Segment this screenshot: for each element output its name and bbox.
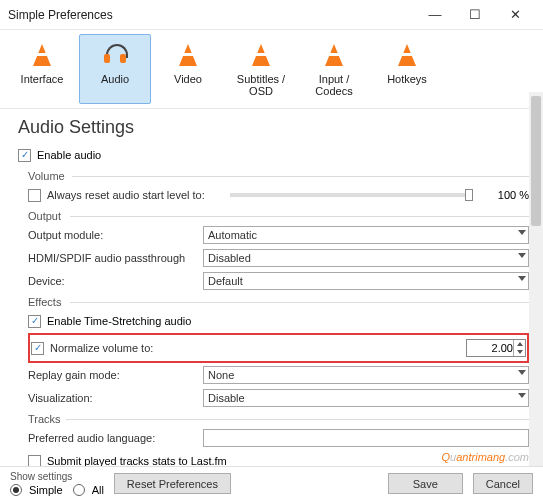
enable-audio-checkbox[interactable]: ✓ <box>18 149 31 162</box>
reset-button[interactable]: Reset Preferences <box>114 473 231 494</box>
tab-subtitles[interactable]: Subtitles / OSD <box>225 34 297 104</box>
replay-gain-select[interactable]: None <box>203 366 529 384</box>
hdmi-select[interactable]: Disabled <box>203 249 529 267</box>
device-label: Device: <box>28 275 203 287</box>
radio-all-label: All <box>92 484 104 496</box>
cone-icon <box>155 39 221 71</box>
cone-icon <box>301 39 367 71</box>
scrollbar[interactable] <box>529 92 543 466</box>
chevron-down-icon <box>518 276 526 281</box>
tab-hotkeys[interactable]: Hotkeys <box>371 34 443 104</box>
visualization-label: Visualization: <box>28 392 203 404</box>
tab-label: Input / Codecs <box>301 73 367 97</box>
chevron-down-icon <box>518 253 526 258</box>
tab-label: Hotkeys <box>374 73 440 85</box>
normalize-checkbox[interactable]: ✓ <box>31 342 44 355</box>
section-tracks: Tracks <box>28 413 529 425</box>
output-module-select[interactable]: Automatic <box>203 226 529 244</box>
slider-thumb[interactable] <box>465 189 473 201</box>
maximize-button[interactable]: ☐ <box>455 7 495 22</box>
page-title: Audio Settings <box>18 117 529 138</box>
time-stretch-checkbox[interactable]: ✓ <box>28 315 41 328</box>
normalize-label: Normalize volume to: <box>50 342 213 354</box>
tab-audio[interactable]: Audio <box>79 34 151 104</box>
cone-icon <box>228 39 294 71</box>
window-title: Simple Preferences <box>8 8 415 22</box>
tab-video[interactable]: Video <box>152 34 224 104</box>
pref-lang-label: Preferred audio language: <box>28 432 203 444</box>
start-level-slider[interactable] <box>230 193 473 197</box>
always-reset-label: Always reset audio start level to: <box>47 189 222 201</box>
normalize-spinbox[interactable]: 2.00 <box>466 339 526 357</box>
show-settings-label: Show settings <box>10 471 104 482</box>
tab-label: Audio <box>82 73 148 85</box>
save-button[interactable]: Save <box>388 473 463 494</box>
tab-label: Interface <box>9 73 75 85</box>
tab-interface[interactable]: Interface <box>6 34 78 104</box>
tab-label: Video <box>155 73 221 85</box>
radio-all[interactable] <box>73 484 85 496</box>
watermark: Quantrimang.com <box>442 443 529 466</box>
time-stretch-label: Enable Time-Stretching audio <box>47 315 191 327</box>
footer: Show settings Simple All Reset Preferenc… <box>0 466 543 500</box>
normalize-value: 2.00 <box>492 342 513 354</box>
show-settings-group: Show settings Simple All <box>10 471 104 496</box>
section-volume: Volume <box>28 170 529 182</box>
tab-input-codecs[interactable]: Input / Codecs <box>298 34 370 104</box>
content-area: Audio Settings ✓ Enable audio Volume Alw… <box>0 109 543 479</box>
minimize-button[interactable]: — <box>415 7 455 22</box>
output-module-label: Output module: <box>28 229 203 241</box>
section-effects: Effects <box>28 296 529 308</box>
cancel-button[interactable]: Cancel <box>473 473 533 494</box>
tab-label: Subtitles / OSD <box>228 73 294 97</box>
spinner-buttons[interactable] <box>513 340 525 356</box>
cone-icon <box>9 39 75 71</box>
hdmi-label: HDMI/SPDIF audio passthrough <box>28 252 203 264</box>
highlight-box: ✓ Normalize volume to: 2.00 <box>28 333 529 363</box>
enable-audio-label: Enable audio <box>37 149 101 161</box>
start-level-value: 100 % <box>481 189 529 201</box>
titlebar: Simple Preferences — ☐ ✕ <box>0 0 543 30</box>
replay-gain-label: Replay gain mode: <box>28 369 203 381</box>
radio-simple-label: Simple <box>29 484 63 496</box>
category-toolbar: Interface Audio Video Subtitles / OSD In… <box>0 30 543 109</box>
close-button[interactable]: ✕ <box>495 7 535 22</box>
headset-icon <box>82 39 148 71</box>
device-select[interactable]: Default <box>203 272 529 290</box>
section-output: Output <box>28 210 529 222</box>
chevron-down-icon <box>518 230 526 235</box>
chevron-down-icon <box>518 393 526 398</box>
cone-icon <box>374 39 440 71</box>
chevron-down-icon <box>518 370 526 375</box>
radio-simple[interactable] <box>10 484 22 496</box>
visualization-select[interactable]: Disable <box>203 389 529 407</box>
always-reset-checkbox[interactable] <box>28 189 41 202</box>
scrollbar-thumb[interactable] <box>531 96 541 226</box>
